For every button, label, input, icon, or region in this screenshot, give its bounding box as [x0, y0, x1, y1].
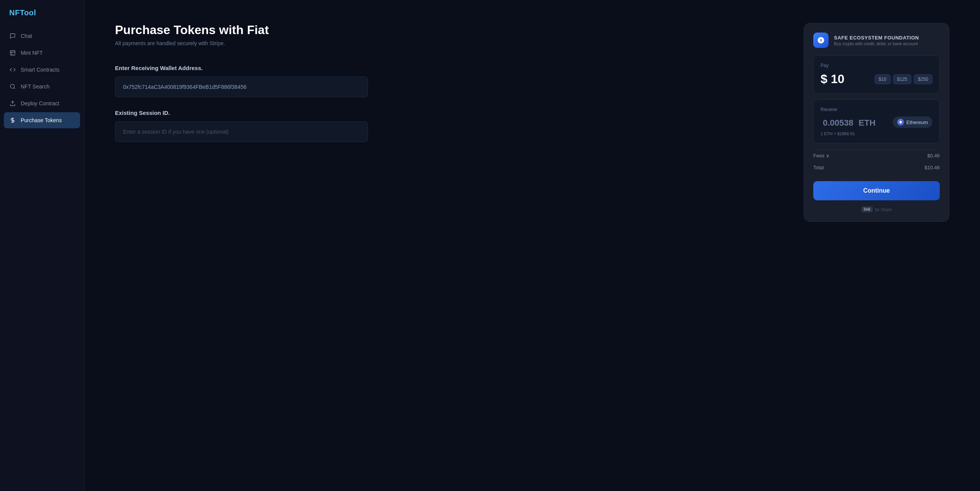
sidebar-item-label: Deploy Contract	[21, 100, 59, 106]
sidebar-item-label: NFT Search	[21, 83, 49, 90]
payment-header: SAFE ECOSYSTEM FOUNDATION Buy crypto wit…	[813, 33, 940, 48]
sidebar-item-label: Smart Contracts	[21, 67, 59, 73]
search-icon	[9, 83, 16, 90]
smart-contracts-icon	[9, 66, 16, 73]
total-row: Total $10.46	[813, 162, 940, 173]
main-content: Purchase Tokens with Fiat All payments a…	[84, 0, 980, 491]
network-badge[interactable]: Ethereum	[893, 116, 932, 128]
total-value: $10.46	[924, 165, 940, 170]
wallet-label: Enter Receiving Wallet Address.	[115, 65, 781, 71]
sidebar-item-smart-contracts[interactable]: Smart Contracts	[4, 62, 80, 78]
sidebar-item-chat[interactable]: Chat	[4, 28, 80, 44]
fees-value: $0.46	[927, 153, 940, 159]
session-label: Existing Session ID.	[115, 110, 781, 116]
stripe-link-badge: link	[862, 206, 873, 212]
pay-label: Pay	[821, 63, 932, 68]
payment-panel: SAFE ECOSYSTEM FOUNDATION Buy crypto wit…	[804, 23, 949, 468]
amount-presets: $10 $125 $250	[875, 74, 932, 84]
sidebar-item-label: Purchase Tokens	[21, 117, 62, 123]
chat-icon	[9, 33, 16, 39]
svg-point-1	[10, 84, 15, 88]
receive-label: Receive	[821, 107, 932, 112]
sidebar-item-nft-search[interactable]: NFT Search	[4, 79, 80, 95]
continue-button[interactable]: Continue	[813, 181, 940, 200]
network-name: Ethereum	[906, 119, 928, 125]
app-logo: NFTool	[0, 0, 84, 28]
session-section: Existing Session ID.	[115, 110, 781, 142]
page-subtitle: All payments are handled securely with S…	[115, 40, 781, 46]
svg-rect-0	[10, 51, 15, 55]
total-label: Total	[813, 165, 824, 170]
receive-amount-row: 0.00538 ETH Ethereum	[821, 116, 932, 128]
sidebar-item-deploy-contract[interactable]: Deploy Contract	[4, 95, 80, 111]
preset-125-button[interactable]: $125	[893, 74, 912, 84]
payment-org-info: SAFE ECOSYSTEM FOUNDATION Buy crypto wit…	[834, 35, 919, 46]
receive-section: Receive 0.00538 ETH Ethereum	[813, 100, 940, 143]
receive-amount: 0.00538 ETH	[821, 116, 875, 128]
pay-amount: $ 10	[821, 72, 844, 86]
payment-logo-icon	[813, 33, 829, 48]
sidebar: NFTool Chat Mint NFT	[0, 0, 84, 491]
fees-row: Fees ∨ $0.46	[813, 149, 940, 162]
sidebar-item-mint-nft[interactable]: Mint NFT	[4, 45, 80, 61]
svg-line-2	[14, 88, 15, 89]
left-panel: Purchase Tokens with Fiat All payments a…	[115, 23, 781, 468]
payment-card: SAFE ECOSYSTEM FOUNDATION Buy crypto wit…	[804, 23, 949, 222]
preset-250-button[interactable]: $250	[914, 74, 932, 84]
purchase-icon	[9, 117, 16, 124]
sidebar-nav: Chat Mint NFT Smart Contracts	[0, 28, 84, 128]
fees-label[interactable]: Fees ∨	[813, 153, 830, 159]
sidebar-item-purchase-tokens[interactable]: Purchase Tokens	[4, 112, 80, 128]
fees-chevron-icon: ∨	[826, 153, 830, 159]
svg-marker-5	[899, 121, 902, 124]
stripe-footer: link by Stripe	[813, 206, 940, 212]
sidebar-item-label: Chat	[21, 33, 32, 39]
org-name: SAFE ECOSYSTEM FOUNDATION	[834, 35, 919, 41]
deploy-icon	[9, 100, 16, 107]
page-title: Purchase Tokens with Fiat	[115, 23, 781, 37]
sidebar-item-label: Mint NFT	[21, 50, 43, 56]
eth-rate: 1 ETH = $1856.91	[821, 131, 932, 136]
preset-10-button[interactable]: $10	[875, 74, 891, 84]
mint-icon	[9, 49, 16, 56]
pay-section: Pay $ 10 $10 $125 $250	[813, 56, 940, 93]
org-subtitle: Buy crypto with credit, debit, or bank a…	[834, 41, 919, 46]
stripe-powered-text: by Stripe	[875, 207, 891, 212]
session-id-input[interactable]	[115, 121, 368, 142]
wallet-section: Enter Receiving Wallet Address.	[115, 65, 781, 97]
wallet-address-input[interactable]	[115, 77, 368, 97]
eth-icon	[897, 119, 904, 126]
pay-amount-row: $ 10 $10 $125 $250	[821, 72, 932, 86]
